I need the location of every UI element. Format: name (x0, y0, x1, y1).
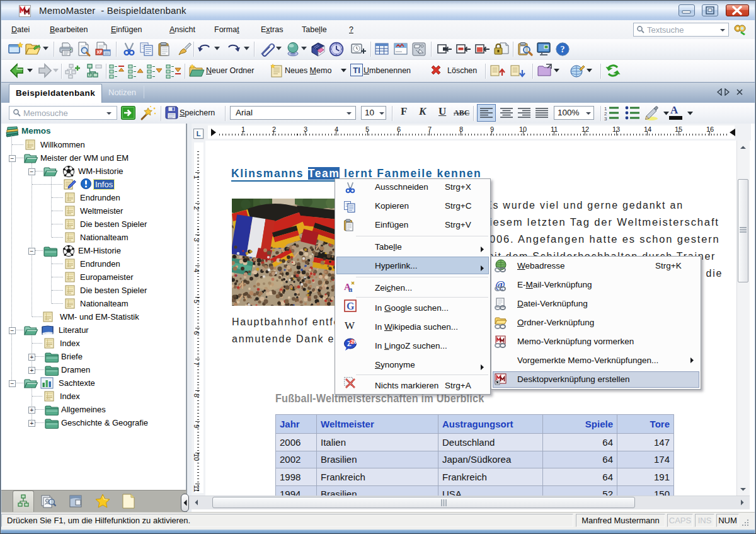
svg-text:a: a (348, 284, 353, 294)
svg-text:G: G (346, 301, 355, 311)
svg-text:TI: TI (353, 66, 360, 75)
svg-text:W: W (345, 320, 355, 332)
svg-text:?: ? (561, 45, 565, 54)
svg-text:3: 3 (604, 116, 607, 120)
svg-text:26: 26 (351, 339, 357, 345)
